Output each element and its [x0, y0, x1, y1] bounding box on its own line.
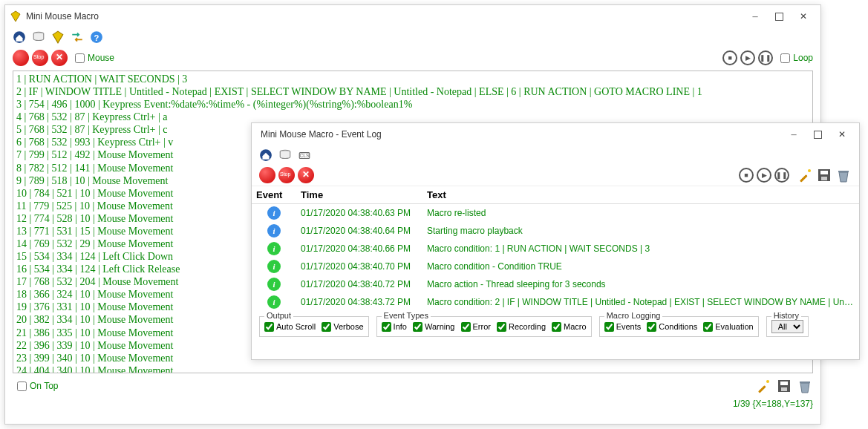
- log-time: 01/17/2020 04:38:40.66 PM: [296, 240, 422, 258]
- minimize-button[interactable]: [748, 10, 762, 23]
- info-checkbox[interactable]: [382, 322, 391, 332]
- log-record-button[interactable]: [259, 167, 275, 183]
- log-row[interactable]: 01/17/2020 04:38:40.64 PMStarting macro …: [252, 222, 859, 240]
- clear-log-icon[interactable]: CLS: [298, 148, 311, 162]
- log-time: 01/17/2020 04:38:40.72 PM: [296, 275, 422, 293]
- shield-icon[interactable]: [51, 30, 65, 44]
- log-text: Macro re-listed: [422, 204, 859, 223]
- log-pause-button[interactable]: ❚❚: [774, 168, 789, 183]
- log-row[interactable]: 01/17/2020 04:38:40.70 PMMacro condition…: [252, 258, 859, 275]
- loop-checkbox[interactable]: [780, 53, 790, 63]
- verbose-checkbox[interactable]: [322, 322, 331, 332]
- log-row[interactable]: 01/17/2020 04:38:40.66 PMMacro condition…: [252, 240, 859, 258]
- on-top-label: On Top: [30, 381, 58, 391]
- log-table: Event Time Text 01/17/2020 04:38:40.63 P…: [252, 186, 859, 312]
- log-play-button[interactable]: ▶: [757, 168, 771, 183]
- col-event[interactable]: Event: [252, 186, 296, 204]
- mouse-label: Mouse: [88, 53, 114, 63]
- log-row[interactable]: 01/17/2020 04:38:40.63 PMMacro re-listed: [252, 204, 859, 223]
- save-icon[interactable]: [776, 378, 792, 394]
- info-label: Info: [394, 322, 407, 331]
- wand-icon[interactable]: [755, 378, 771, 394]
- app-icon: [10, 10, 22, 22]
- log-text: Macro condition: 2 | IF | WINDOW TITLE |…: [422, 293, 859, 311]
- verbose-label: Verbose: [333, 322, 363, 331]
- log-close-button[interactable]: [835, 128, 849, 141]
- col-text[interactable]: Text: [422, 186, 859, 204]
- mouse-checkbox[interactable]: [75, 53, 85, 63]
- col-time[interactable]: Time: [296, 186, 422, 204]
- on-top-checkbox[interactable]: [17, 381, 27, 391]
- script-line[interactable]: 24 | 404 | 340 | 10 | Mouse Movement: [16, 364, 809, 373]
- log-time: 01/17/2020 04:38:40.70 PM: [296, 258, 422, 275]
- log-row[interactable]: 01/17/2020 04:38:43.72 PMMacro condition…: [252, 293, 859, 311]
- svg-rect-16: [800, 174, 808, 183]
- stop-playback-button[interactable]: ■: [722, 50, 737, 65]
- event-types-legend: Event Types: [382, 311, 431, 320]
- log-row[interactable]: 01/17/2020 04:38:40.72 PMMacro action - …: [252, 275, 859, 293]
- condition-event-icon: [267, 278, 281, 291]
- history-select[interactable]: All: [771, 320, 803, 333]
- script-line[interactable]: 4 | 768 | 532 | 87 | Keypress Ctrl+ | a: [16, 111, 809, 123]
- main-titlebar[interactable]: Mini Mouse Macro: [5, 5, 820, 27]
- close-button[interactable]: [797, 10, 810, 23]
- log-text: Starting macro playback: [422, 222, 859, 240]
- info-event-icon: [267, 206, 281, 220]
- log-minimize-button[interactable]: [787, 128, 800, 141]
- auto-scroll-checkbox[interactable]: [264, 322, 274, 332]
- disk-icon[interactable]: [32, 30, 45, 44]
- log-disk-icon[interactable]: [278, 148, 292, 162]
- log-table-container[interactable]: Event Time Text 01/17/2020 04:38:40.63 P…: [252, 186, 859, 312]
- arrows-icon[interactable]: [71, 30, 84, 44]
- conditions-label: Conditions: [659, 322, 697, 331]
- play-button[interactable]: ▶: [740, 50, 755, 65]
- pause-button[interactable]: ❚❚: [758, 50, 773, 65]
- home-icon[interactable]: [13, 30, 26, 44]
- log-clear-button[interactable]: [298, 167, 314, 183]
- log-stop-button[interactable]: [278, 167, 295, 183]
- recording-label: Recording: [509, 322, 546, 331]
- macro-logging-group: Macro Logging Events Conditions Evaluati…: [599, 316, 759, 337]
- trash-icon[interactable]: [797, 378, 813, 394]
- condition-event-icon: [267, 295, 281, 309]
- script-line[interactable]: 3 | 754 | 496 | 1000 | Keypress Event:%d…: [16, 98, 809, 111]
- script-line[interactable]: 2 | IF | WINDOW TITLE | Untitled - Notep…: [16, 85, 809, 98]
- recording-checkbox[interactable]: [497, 322, 506, 332]
- log-titlebar[interactable]: Mini Mouse Macro - Event Log: [252, 123, 859, 145]
- svg-rect-19: [820, 171, 828, 174]
- macro-checkbox[interactable]: [552, 322, 561, 332]
- log-wand-icon[interactable]: [797, 167, 813, 183]
- svg-text:?: ?: [94, 33, 99, 42]
- main-footer: On Top: [5, 375, 820, 397]
- svg-point-17: [808, 169, 811, 172]
- condition-event-icon: [267, 242, 281, 255]
- evaluation-label: Evaluation: [715, 322, 753, 331]
- log-stop-playback-button[interactable]: ■: [739, 168, 754, 183]
- macro-logging-legend: Macro Logging: [604, 311, 663, 320]
- log-toolbar: CLS: [252, 145, 859, 165]
- clear-button[interactable]: [51, 50, 68, 66]
- log-maximize-button[interactable]: [814, 131, 822, 139]
- event-types-group: Event Types Info Warning Error Recording…: [376, 316, 592, 337]
- warning-checkbox[interactable]: [413, 322, 422, 332]
- help-icon[interactable]: ?: [90, 30, 103, 44]
- maximize-button[interactable]: [775, 13, 783, 21]
- log-time: 01/17/2020 04:38:40.63 PM: [296, 204, 422, 223]
- condition-event-icon: [267, 260, 281, 273]
- history-legend: History: [771, 311, 801, 320]
- log-save-icon[interactable]: [816, 167, 832, 183]
- log-home-icon[interactable]: [259, 148, 273, 162]
- stop-record-button[interactable]: [32, 50, 48, 66]
- log-text: Macro condition - Condition TRUE: [422, 258, 859, 275]
- events-checkbox[interactable]: [604, 322, 614, 332]
- evaluation-checkbox[interactable]: [703, 322, 713, 332]
- conditions-checkbox[interactable]: [647, 322, 656, 332]
- loop-label: Loop: [793, 53, 813, 63]
- log-trash-icon[interactable]: [835, 167, 852, 183]
- record-button[interactable]: [13, 50, 29, 66]
- error-checkbox[interactable]: [461, 322, 471, 332]
- event-log-window: Mini Mouse Macro - Event Log CLS ■ ▶ ❚❚: [251, 122, 860, 360]
- output-legend: Output: [264, 311, 293, 320]
- script-line[interactable]: 1 | RUN ACTION | WAIT SECONDS | 3: [16, 73, 809, 85]
- info-event-icon: [267, 224, 281, 238]
